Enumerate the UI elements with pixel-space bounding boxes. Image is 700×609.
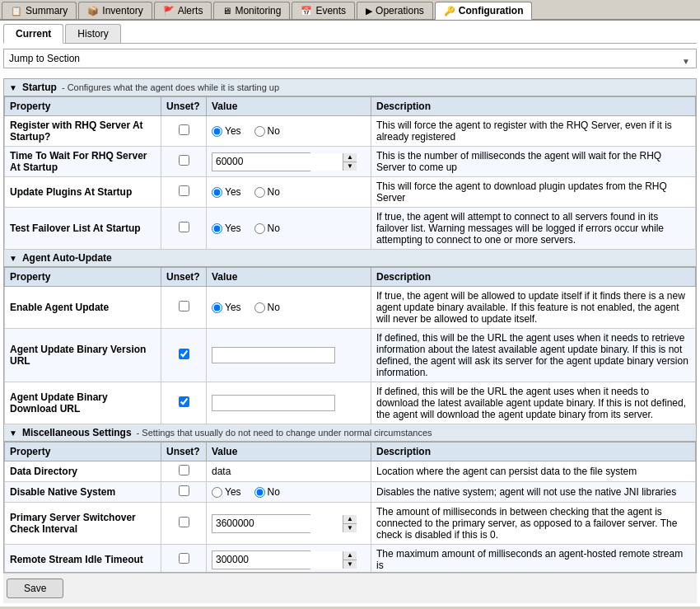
table-row: Test Failover List At Startup Yes NoIf t…: [5, 208, 696, 250]
radio-no[interactable]: [254, 223, 265, 234]
section-subtitle-miscellaneous: - Settings that usually do not need to c…: [137, 428, 432, 438]
spinner-wrap: ▲▼: [212, 550, 310, 569]
unset-checkbox[interactable]: [179, 124, 189, 135]
radio-no[interactable]: [254, 187, 265, 198]
radio-no[interactable]: [254, 302, 265, 313]
section-chevron-agent-auto-update[interactable]: ▼: [9, 254, 17, 263]
subtab-history[interactable]: History: [65, 24, 120, 43]
radio-yes-label: Yes: [212, 186, 241, 198]
property-cell: Remote Stream Idle Timeout: [5, 545, 161, 574]
value-cell: ▲▼: [207, 545, 371, 574]
radio-no-label: No: [254, 125, 280, 137]
tab-inventory[interactable]: 📦Inventory: [78, 2, 152, 19]
th-unset-agent-auto-update: Unset?: [161, 268, 207, 287]
table-row: Time To Wait For RHQ Server At Startup▲▼…: [5, 147, 696, 177]
property-cell: Enable Agent Update: [5, 287, 161, 329]
tab-configuration[interactable]: 🔑Configuration: [435, 2, 533, 20]
table-row: Update Plugins At Startup Yes NoThis wil…: [5, 177, 696, 208]
tab-events[interactable]: 📅Events: [292, 2, 355, 19]
radio-no[interactable]: [254, 126, 265, 137]
radio-no-label: No: [254, 302, 280, 313]
unset-checkbox[interactable]: [179, 485, 189, 496]
unset-checkbox[interactable]: [179, 396, 189, 407]
radio-yes[interactable]: [212, 223, 222, 234]
spinner-input[interactable]: [212, 515, 343, 532]
table-row: Primary Server Switchover Check Interval…: [5, 503, 696, 545]
unset-checkbox[interactable]: [179, 553, 189, 564]
tab-summary[interactable]: 📋Summary: [2, 2, 77, 19]
spinner-up-button[interactable]: ▲: [343, 515, 357, 524]
table-row: Agent Update Binary Version URLIf define…: [5, 329, 696, 382]
spinner-input[interactable]: [212, 153, 343, 171]
subtab-current[interactable]: Current: [3, 24, 63, 44]
property-cell: Data Directory: [5, 461, 161, 482]
unset-checkbox[interactable]: [179, 349, 189, 359]
save-button[interactable]: Save: [7, 579, 63, 598]
jump-section-select[interactable]: Jump to Section: [3, 49, 697, 68]
table-row: Remote Stream Idle Timeout▲▼The maximum …: [5, 545, 696, 574]
property-cell: Agent Update Binary Version URL: [5, 329, 161, 382]
description-cell: If defined, this will be the URL the age…: [371, 382, 696, 424]
inventory-icon: 📦: [87, 6, 99, 16]
spinner-down-button[interactable]: ▼: [343, 524, 357, 532]
configuration-icon: 🔑: [444, 6, 455, 16]
tab-label-monitoring: Monitoring: [235, 5, 281, 16]
radio-yes[interactable]: [212, 126, 222, 137]
spinner-down-button[interactable]: ▼: [343, 560, 357, 569]
summary-icon: 📋: [11, 6, 22, 16]
section-title-agent-auto-update: Agent Auto-Update: [22, 252, 112, 264]
spinner-up-button[interactable]: ▲: [343, 551, 357, 560]
jump-section-wrapper: Jump to Section: [3, 49, 697, 73]
unset-checkbox[interactable]: [179, 222, 189, 232]
unset-checkbox[interactable]: [179, 301, 189, 312]
radio-yes-label: Yes: [212, 223, 241, 234]
radio-no-label: No: [254, 486, 280, 498]
unset-checkbox[interactable]: [179, 185, 189, 196]
th-property-agent-auto-update: Property: [5, 268, 161, 287]
property-cell: Update Plugins At Startup: [5, 177, 161, 208]
section-title-miscellaneous: Miscellaneous Settings: [22, 427, 132, 438]
description-cell: This is the number of milliseconds the a…: [371, 147, 696, 177]
spinner-input[interactable]: [212, 551, 343, 569]
events-icon: 📅: [301, 6, 312, 16]
monitoring-icon: 🖥: [222, 6, 231, 16]
section-chevron-miscellaneous[interactable]: ▼: [9, 429, 17, 438]
unset-cell: [161, 545, 207, 574]
value-cell: Yes No: [207, 287, 371, 329]
value-cell: Yes No: [207, 208, 371, 250]
value-cell: [207, 329, 371, 382]
description-cell: If defined, this will be the URL the age…: [371, 329, 696, 382]
table-row: Agent Update Binary Download URLIf defin…: [5, 382, 696, 424]
spinner-down-button[interactable]: ▼: [343, 162, 357, 171]
unset-checkbox[interactable]: [179, 517, 189, 527]
spinner-buttons: ▲▼: [343, 515, 357, 532]
config-table-agent-auto-update: PropertyUnset?ValueDescriptionEnable Age…: [4, 267, 696, 424]
value-cell: Yes No: [207, 116, 371, 147]
text-input[interactable]: [212, 347, 335, 363]
radio-yes[interactable]: [212, 302, 222, 313]
table-row: Data DirectorydataLocation where the age…: [5, 461, 696, 482]
unset-cell: [161, 503, 207, 545]
tab-operations[interactable]: ▶Operations: [357, 2, 433, 19]
spinner-wrap: ▲▼: [212, 152, 310, 171]
description-cell: The maximum amount of milliseconds an ag…: [371, 545, 696, 574]
tab-alerts[interactable]: 🚩Alerts: [154, 2, 212, 19]
spinner-up-button[interactable]: ▲: [343, 153, 357, 162]
radio-yes[interactable]: [212, 487, 222, 498]
radio-yes[interactable]: [212, 187, 222, 198]
tab-monitoring[interactable]: 🖥Monitoring: [213, 2, 290, 19]
radio-no[interactable]: [254, 487, 265, 498]
tab-label-summary: Summary: [26, 5, 68, 16]
tab-label-configuration: Configuration: [459, 5, 524, 16]
unset-checkbox[interactable]: [179, 465, 189, 475]
unset-cell: [161, 329, 207, 382]
unset-checkbox[interactable]: [179, 155, 189, 166]
unset-cell: [161, 382, 207, 424]
description-cell: If true, the agent will attempt to conne…: [371, 208, 696, 250]
section-chevron-startup[interactable]: ▼: [9, 83, 17, 92]
th-property-miscellaneous: Property: [5, 443, 161, 461]
section-header-miscellaneous: ▼Miscellaneous Settings- Settings that u…: [4, 424, 696, 442]
unset-cell: [161, 116, 207, 147]
text-input[interactable]: [212, 395, 335, 411]
radio-group: Yes No: [212, 186, 366, 198]
